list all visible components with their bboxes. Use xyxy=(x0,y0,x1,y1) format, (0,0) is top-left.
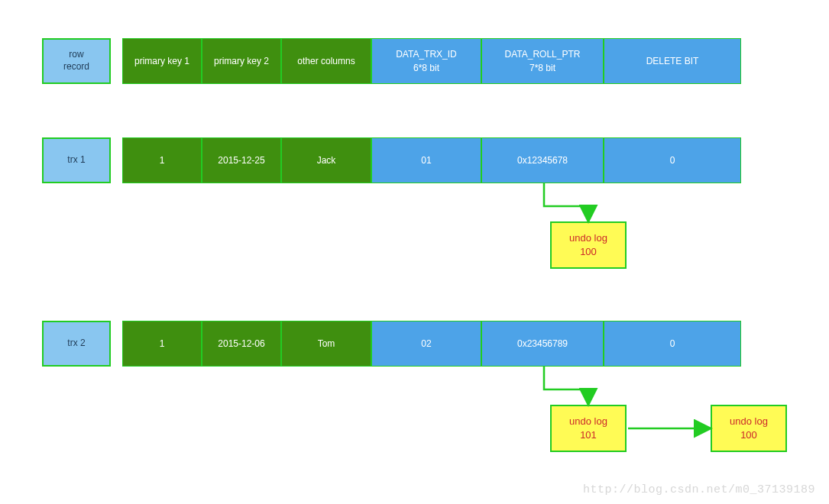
cell: 01 xyxy=(371,137,481,183)
diagram-canvas: row record primary key 1primary key 2oth… xyxy=(0,0,829,504)
cell: 1 xyxy=(122,137,202,183)
cell: DATA_TRX_ID 6*8 bit xyxy=(371,38,481,84)
cell: other columns xyxy=(281,38,371,84)
header-cells: primary key 1primary key 2other columnsD… xyxy=(122,38,741,84)
trx1-label: trx 1 xyxy=(42,137,111,183)
cell: primary key 2 xyxy=(202,38,281,84)
trx2-cells: 12015-12-06Tom020x234567890 xyxy=(122,321,741,367)
cell: 2015-12-25 xyxy=(202,137,281,183)
cell: 1 xyxy=(122,321,202,367)
cell: 0 xyxy=(604,137,741,183)
row-record-label: row record xyxy=(42,38,111,84)
trx1-cells: 12015-12-25Jack010x123456780 xyxy=(122,137,741,183)
undo-log-box-100b: undo log 100 xyxy=(711,405,787,452)
cell: 02 xyxy=(371,321,481,367)
cell: Jack xyxy=(281,137,371,183)
cell: DELETE BIT xyxy=(604,38,741,84)
trx2-row: trx 2 12015-12-06Tom020x234567890 xyxy=(42,321,741,367)
cell: 0 xyxy=(604,321,741,367)
undo-log-box-101: undo log 101 xyxy=(550,405,627,452)
cell: 2015-12-06 xyxy=(202,321,281,367)
watermark-text: http://blog.csdn.net/m0_37139189 xyxy=(583,483,815,496)
cell: primary key 1 xyxy=(122,38,202,84)
cell: Tom xyxy=(281,321,371,367)
header-row: row record primary key 1primary key 2oth… xyxy=(42,38,741,84)
cell: 0x23456789 xyxy=(481,321,604,367)
undo-log-box-100a: undo log 100 xyxy=(550,221,627,269)
trx2-label: trx 2 xyxy=(42,321,111,367)
cell: 0x12345678 xyxy=(481,137,604,183)
cell: DATA_ROLL_PTR 7*8 bit xyxy=(481,38,604,84)
trx1-row: trx 1 12015-12-25Jack010x123456780 xyxy=(42,137,741,183)
